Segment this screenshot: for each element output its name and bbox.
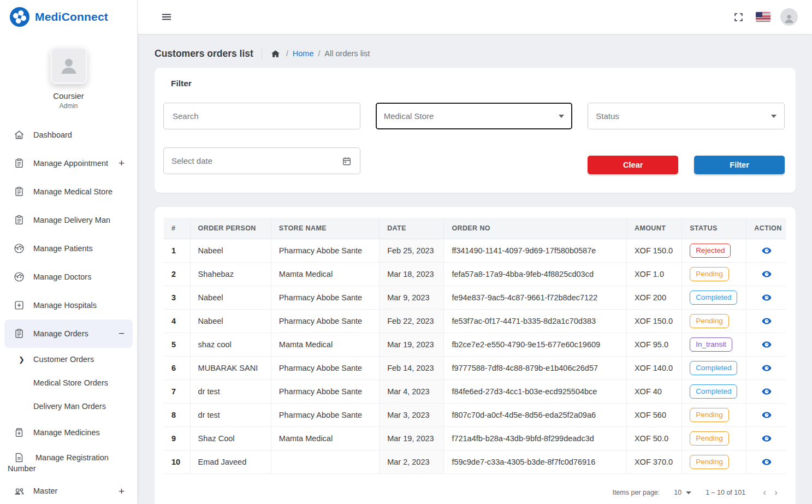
- expand-toggle-icon[interactable]: +: [118, 157, 127, 169]
- view-order-button[interactable]: [758, 455, 775, 469]
- eye-icon: [761, 363, 772, 373]
- table-row: 9Shaz CoolMamta MedicalMar 19, 2023f721a…: [164, 427, 786, 450]
- cell-action: [746, 380, 786, 404]
- next-page-button[interactable]: ›: [771, 487, 781, 498]
- cell-action: [746, 310, 786, 333]
- view-order-button[interactable]: [758, 385, 775, 398]
- view-order-button[interactable]: [758, 268, 775, 281]
- home-icon[interactable]: [270, 49, 281, 59]
- fullscreen-icon[interactable]: [731, 10, 746, 25]
- medical-store-select[interactable]: Medical Store: [376, 103, 573, 129]
- calendar-icon[interactable]: [341, 156, 352, 167]
- cell-store: Mamta Medical: [271, 333, 379, 357]
- filter-title: Filter: [171, 79, 785, 88]
- status-badge: Pending: [690, 455, 729, 470]
- table-row: 7dr testPharmacy Abobe SanteMar 4, 2023f…: [164, 380, 786, 404]
- brand-logo-icon: [10, 7, 29, 27]
- sidebar-item-customer-orders[interactable]: ❯ Customer Orders: [4, 348, 133, 371]
- user-avatar[interactable]: [780, 8, 798, 26]
- status-badge: Completed: [690, 361, 737, 376]
- clear-button[interactable]: Clear: [588, 156, 678, 174]
- status-badge: Completed: [690, 384, 737, 399]
- brand-name: MediConnect: [35, 10, 108, 23]
- cell-store: Pharmacy Abobe Sante: [271, 310, 379, 333]
- cell-store: [271, 450, 379, 474]
- status-select[interactable]: Status: [588, 103, 785, 129]
- column-header-date: DATE: [380, 218, 444, 239]
- eye-icon: [761, 386, 772, 397]
- column-header-action: ACTION: [746, 218, 786, 239]
- view-order-button[interactable]: [758, 338, 775, 351]
- profile-name: Coursier: [0, 91, 137, 100]
- cell-action: [746, 427, 786, 450]
- table-row: 2ShahebazMamta MedicalMar 18, 2023fefa57…: [164, 263, 786, 286]
- cell-order_no: fe53f7ac-0f17-4471-b335-8d2a1c70d383: [444, 310, 627, 333]
- sidebar-item-label: Manage Appointment: [33, 158, 118, 169]
- sidebar-item-manage-appointment[interactable]: Manage Appointment +: [4, 149, 133, 177]
- hospital-icon: [13, 299, 25, 311]
- sidebar-item-manage-orders[interactable]: Manage Orders −: [4, 319, 133, 348]
- eye-icon: [761, 316, 772, 327]
- table-row: 3NabeelPharmacy Abobe SanteMar 9, 2023fe…: [164, 286, 786, 310]
- view-order-button[interactable]: [758, 432, 775, 445]
- column-header-amount: AMOUNT: [626, 218, 681, 239]
- sidebar-subitem-label: Medical Store Orders: [33, 378, 133, 388]
- page-size-select[interactable]: 10: [674, 489, 691, 496]
- cell-status: Completed: [682, 357, 746, 380]
- home-icon: [13, 129, 25, 141]
- sidebar-item-delivery-man-orders[interactable]: ❯ Delivery Man Orders: [4, 395, 133, 418]
- sidebar-item-manage-hospitals[interactable]: Manage Hospitals: [4, 291, 133, 319]
- view-order-button[interactable]: [758, 408, 775, 422]
- cell-person: MUBARAK SANI: [190, 357, 271, 380]
- table-header-row: #ORDER PERSONSTORE NAMEDATEORDER NOAMOUN…: [164, 218, 786, 239]
- view-order-button[interactable]: [758, 315, 775, 328]
- us-flag-icon[interactable]: [756, 12, 770, 22]
- breadcrumb-current: All orders list: [324, 49, 370, 58]
- clipboard-icon: [13, 186, 25, 198]
- cell-action: [746, 263, 786, 286]
- expand-toggle-icon[interactable]: −: [118, 328, 127, 340]
- cell-person: shaz cool: [190, 333, 271, 357]
- table-row: 6MUBARAK SANIPharmacy Abobe SanteFeb 14,…: [164, 357, 786, 380]
- sidebar-item-manage-registration-number[interactable]: Manage Registration Number: [4, 447, 133, 477]
- sidebar-item-dashboard[interactable]: Dashboard: [4, 121, 133, 149]
- expand-toggle-icon[interactable]: +: [118, 485, 127, 497]
- breadcrumb-separator: /: [318, 49, 320, 58]
- search-input[interactable]: [171, 111, 352, 121]
- sidebar-item-manage-delivery-man[interactable]: Manage Delivery Man: [4, 206, 133, 234]
- cell-action: [746, 450, 786, 474]
- cell-action: [746, 357, 786, 380]
- sidebar-item-label: Manage Patients: [33, 244, 125, 254]
- sidebar-item-label: Dashboard: [33, 130, 125, 140]
- menu-icon[interactable]: [158, 9, 175, 25]
- chevron-down-icon: [771, 115, 777, 118]
- chevron-down-icon: [686, 491, 691, 494]
- sidebar-item-manage-patients[interactable]: Manage Patients: [4, 234, 133, 263]
- date-field[interactable]: Select date: [163, 147, 360, 174]
- cell-person: Nabeel: [190, 310, 271, 333]
- cell-order_no: f84fe6ed-27d3-4cc1-b03e-ecd925504bce: [444, 380, 627, 404]
- sidebar-item-medical-store-orders[interactable]: ❯ Medical Store Orders: [4, 371, 133, 395]
- sidebar-item-label: Manage Delivery Man: [33, 215, 125, 226]
- cell-store: Pharmacy Abobe Sante: [271, 404, 379, 427]
- filter-fields: Medical Store Status Select date: [163, 103, 785, 174]
- cell-order_no: fe94e837-9ac5-4c87-9661-f72b8dec7122: [444, 286, 627, 310]
- clipboard-icon: [13, 214, 25, 226]
- column-header-order_no: ORDER NO: [444, 218, 627, 239]
- cell-num: 3: [164, 286, 190, 310]
- page-range-label: 1 – 10 of 101: [706, 489, 745, 496]
- cell-amount: XOF 95.0: [626, 333, 681, 357]
- sidebar-item-manage-doctors[interactable]: Manage Doctors: [4, 263, 133, 291]
- sidebar-item-manage-medical-store[interactable]: Manage Medical Store: [4, 177, 133, 206]
- search-field[interactable]: [163, 103, 360, 129]
- view-order-button[interactable]: [758, 361, 775, 375]
- view-order-button[interactable]: [758, 244, 775, 257]
- orders-table-panel: #ORDER PERSONSTORE NAMEDATEORDER NOAMOUN…: [155, 207, 796, 504]
- view-order-button[interactable]: [758, 291, 775, 304]
- previous-page-button[interactable]: ‹: [760, 487, 769, 498]
- breadcrumb-home-link[interactable]: Home: [293, 49, 314, 58]
- sidebar-item-master[interactable]: Master +: [4, 477, 133, 504]
- cell-num: 6: [164, 357, 190, 380]
- filter-button[interactable]: Filter: [694, 156, 785, 174]
- sidebar-item-manage-medicines[interactable]: Manage Medicines: [4, 418, 133, 447]
